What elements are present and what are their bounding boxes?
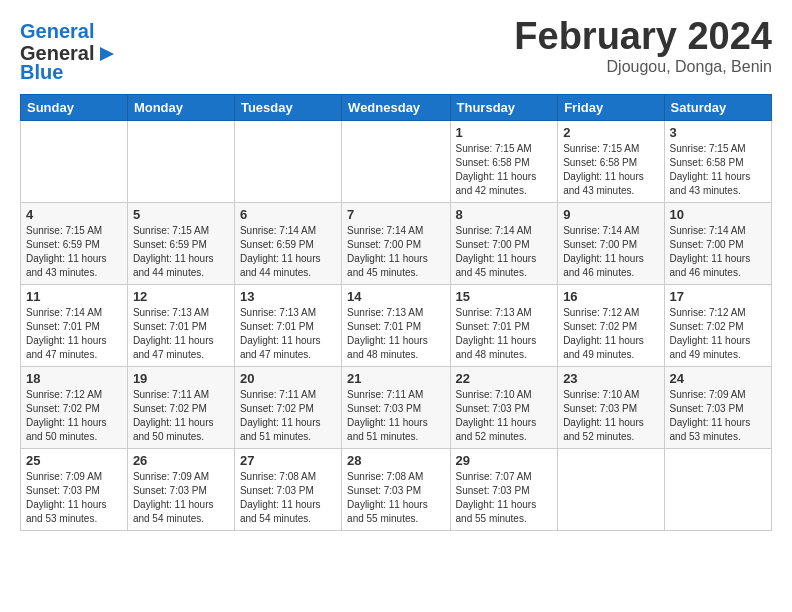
- day-number: 6: [240, 207, 336, 222]
- calendar-cell: 28Sunrise: 7:08 AMSunset: 7:03 PMDayligh…: [342, 449, 450, 531]
- day-info: Sunrise: 7:12 AMSunset: 7:02 PMDaylight:…: [26, 388, 122, 444]
- col-monday: Monday: [127, 95, 234, 121]
- day-info: Sunrise: 7:11 AMSunset: 7:02 PMDaylight:…: [133, 388, 229, 444]
- calendar-cell: 22Sunrise: 7:10 AMSunset: 7:03 PMDayligh…: [450, 367, 558, 449]
- day-info: Sunrise: 7:11 AMSunset: 7:02 PMDaylight:…: [240, 388, 336, 444]
- day-number: 14: [347, 289, 444, 304]
- col-wednesday: Wednesday: [342, 95, 450, 121]
- calendar-cell: 1Sunrise: 7:15 AMSunset: 6:58 PMDaylight…: [450, 121, 558, 203]
- day-info: Sunrise: 7:12 AMSunset: 7:02 PMDaylight:…: [670, 306, 766, 362]
- day-number: 2: [563, 125, 658, 140]
- col-saturday: Saturday: [664, 95, 771, 121]
- day-number: 18: [26, 371, 122, 386]
- calendar-cell: 7Sunrise: 7:14 AMSunset: 7:00 PMDaylight…: [342, 203, 450, 285]
- location: Djougou, Donga, Benin: [514, 58, 772, 76]
- col-friday: Friday: [558, 95, 664, 121]
- day-info: Sunrise: 7:15 AMSunset: 6:58 PMDaylight:…: [670, 142, 766, 198]
- calendar-cell: 23Sunrise: 7:10 AMSunset: 7:03 PMDayligh…: [558, 367, 664, 449]
- day-number: 28: [347, 453, 444, 468]
- calendar-cell: 3Sunrise: 7:15 AMSunset: 6:58 PMDaylight…: [664, 121, 771, 203]
- day-info: Sunrise: 7:09 AMSunset: 7:03 PMDaylight:…: [670, 388, 766, 444]
- day-number: 27: [240, 453, 336, 468]
- calendar-week-row: 11Sunrise: 7:14 AMSunset: 7:01 PMDayligh…: [21, 285, 772, 367]
- day-info: Sunrise: 7:10 AMSunset: 7:03 PMDaylight:…: [456, 388, 553, 444]
- day-number: 7: [347, 207, 444, 222]
- day-number: 10: [670, 207, 766, 222]
- day-number: 4: [26, 207, 122, 222]
- day-info: Sunrise: 7:14 AMSunset: 6:59 PMDaylight:…: [240, 224, 336, 280]
- day-info: Sunrise: 7:09 AMSunset: 7:03 PMDaylight:…: [133, 470, 229, 526]
- day-number: 15: [456, 289, 553, 304]
- day-info: Sunrise: 7:14 AMSunset: 7:00 PMDaylight:…: [347, 224, 444, 280]
- day-number: 9: [563, 207, 658, 222]
- day-number: 20: [240, 371, 336, 386]
- header: General General Blue February 2024 Djoug…: [20, 16, 772, 84]
- calendar-week-row: 25Sunrise: 7:09 AMSunset: 7:03 PMDayligh…: [21, 449, 772, 531]
- calendar-cell: 17Sunrise: 7:12 AMSunset: 7:02 PMDayligh…: [664, 285, 771, 367]
- day-info: Sunrise: 7:13 AMSunset: 7:01 PMDaylight:…: [456, 306, 553, 362]
- month-title: February 2024: [514, 16, 772, 58]
- calendar-cell: 13Sunrise: 7:13 AMSunset: 7:01 PMDayligh…: [234, 285, 341, 367]
- calendar-cell: [234, 121, 341, 203]
- day-info: Sunrise: 7:13 AMSunset: 7:01 PMDaylight:…: [240, 306, 336, 362]
- day-number: 26: [133, 453, 229, 468]
- logo-text: General: [20, 20, 118, 42]
- day-number: 21: [347, 371, 444, 386]
- day-number: 1: [456, 125, 553, 140]
- day-number: 22: [456, 371, 553, 386]
- day-info: Sunrise: 7:14 AMSunset: 7:00 PMDaylight:…: [670, 224, 766, 280]
- col-sunday: Sunday: [21, 95, 128, 121]
- day-number: 8: [456, 207, 553, 222]
- day-info: Sunrise: 7:08 AMSunset: 7:03 PMDaylight:…: [240, 470, 336, 526]
- calendar-cell: [664, 449, 771, 531]
- day-info: Sunrise: 7:10 AMSunset: 7:03 PMDaylight:…: [563, 388, 658, 444]
- calendar-cell: [21, 121, 128, 203]
- calendar-cell: 2Sunrise: 7:15 AMSunset: 6:58 PMDaylight…: [558, 121, 664, 203]
- day-info: Sunrise: 7:11 AMSunset: 7:03 PMDaylight:…: [347, 388, 444, 444]
- day-info: Sunrise: 7:14 AMSunset: 7:00 PMDaylight:…: [456, 224, 553, 280]
- day-number: 24: [670, 371, 766, 386]
- calendar-cell: [558, 449, 664, 531]
- calendar-cell: [127, 121, 234, 203]
- day-number: 29: [456, 453, 553, 468]
- title-area: February 2024 Djougou, Donga, Benin: [514, 16, 772, 76]
- day-number: 3: [670, 125, 766, 140]
- day-info: Sunrise: 7:13 AMSunset: 7:01 PMDaylight:…: [347, 306, 444, 362]
- calendar-cell: 25Sunrise: 7:09 AMSunset: 7:03 PMDayligh…: [21, 449, 128, 531]
- day-number: 11: [26, 289, 122, 304]
- svg-marker-0: [100, 47, 114, 61]
- day-info: Sunrise: 7:14 AMSunset: 7:00 PMDaylight:…: [563, 224, 658, 280]
- calendar-cell: 8Sunrise: 7:14 AMSunset: 7:00 PMDaylight…: [450, 203, 558, 285]
- day-info: Sunrise: 7:15 AMSunset: 6:58 PMDaylight:…: [456, 142, 553, 198]
- day-number: 13: [240, 289, 336, 304]
- calendar-cell: 11Sunrise: 7:14 AMSunset: 7:01 PMDayligh…: [21, 285, 128, 367]
- calendar-header-row: Sunday Monday Tuesday Wednesday Thursday…: [21, 95, 772, 121]
- calendar-cell: 5Sunrise: 7:15 AMSunset: 6:59 PMDaylight…: [127, 203, 234, 285]
- day-info: Sunrise: 7:13 AMSunset: 7:01 PMDaylight:…: [133, 306, 229, 362]
- day-info: Sunrise: 7:08 AMSunset: 7:03 PMDaylight:…: [347, 470, 444, 526]
- day-number: 12: [133, 289, 229, 304]
- calendar-cell: 29Sunrise: 7:07 AMSunset: 7:03 PMDayligh…: [450, 449, 558, 531]
- calendar-table: Sunday Monday Tuesday Wednesday Thursday…: [20, 94, 772, 531]
- day-number: 17: [670, 289, 766, 304]
- day-number: 16: [563, 289, 658, 304]
- day-number: 23: [563, 371, 658, 386]
- calendar-cell: 16Sunrise: 7:12 AMSunset: 7:02 PMDayligh…: [558, 285, 664, 367]
- day-info: Sunrise: 7:15 AMSunset: 6:59 PMDaylight:…: [133, 224, 229, 280]
- day-info: Sunrise: 7:12 AMSunset: 7:02 PMDaylight:…: [563, 306, 658, 362]
- calendar-cell: [342, 121, 450, 203]
- day-info: Sunrise: 7:15 AMSunset: 6:58 PMDaylight:…: [563, 142, 658, 198]
- calendar-cell: 21Sunrise: 7:11 AMSunset: 7:03 PMDayligh…: [342, 367, 450, 449]
- logo-general: General: [20, 20, 94, 42]
- day-number: 5: [133, 207, 229, 222]
- day-info: Sunrise: 7:15 AMSunset: 6:59 PMDaylight:…: [26, 224, 122, 280]
- day-info: Sunrise: 7:09 AMSunset: 7:03 PMDaylight:…: [26, 470, 122, 526]
- day-number: 25: [26, 453, 122, 468]
- logo-arrow-icon: [96, 43, 118, 65]
- calendar-cell: 10Sunrise: 7:14 AMSunset: 7:00 PMDayligh…: [664, 203, 771, 285]
- calendar-cell: 12Sunrise: 7:13 AMSunset: 7:01 PMDayligh…: [127, 285, 234, 367]
- calendar-cell: 24Sunrise: 7:09 AMSunset: 7:03 PMDayligh…: [664, 367, 771, 449]
- col-tuesday: Tuesday: [234, 95, 341, 121]
- calendar-week-row: 4Sunrise: 7:15 AMSunset: 6:59 PMDaylight…: [21, 203, 772, 285]
- calendar-week-row: 18Sunrise: 7:12 AMSunset: 7:02 PMDayligh…: [21, 367, 772, 449]
